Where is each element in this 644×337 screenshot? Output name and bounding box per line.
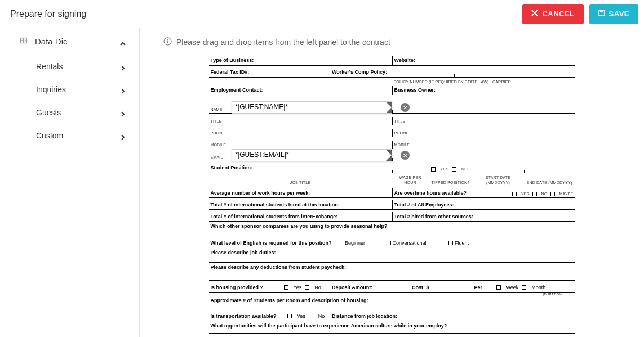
- field-label: Total # of international students from i…: [209, 212, 392, 222]
- field-label: PHONE: [209, 129, 392, 137]
- checkbox[interactable]: [522, 285, 526, 290]
- checkbox[interactable]: [550, 192, 555, 196]
- field-label: Total # of All Employees:: [392, 200, 575, 210]
- option-label: No: [314, 285, 321, 291]
- helper-text: START DATE (MMDDYYY): [473, 173, 524, 186]
- chevron-right-icon: [120, 110, 126, 115]
- checkbox[interactable]: [339, 241, 343, 245]
- field-label: Total # hired from other sources:: [392, 212, 575, 222]
- sidebar-item-inquiries[interactable]: Inquiries: [0, 78, 139, 101]
- chevron-up-icon: [120, 39, 126, 44]
- sidebar-item-label: Custom: [36, 131, 63, 140]
- field-label: What opportunities will the participant …: [209, 321, 575, 331]
- sidebar-item-guests[interactable]: Guests: [0, 101, 139, 124]
- helper-text: WAGE PER HOUR: [392, 173, 429, 186]
- checkbox[interactable]: [305, 285, 309, 290]
- token-value: *|GUEST:EMAIL|*: [236, 151, 289, 160]
- field-label: NAME: [209, 105, 232, 113]
- svg-point-4: [167, 39, 168, 40]
- checkbox[interactable]: [512, 192, 517, 196]
- cancel-button[interactable]: CANCEL: [522, 4, 583, 24]
- checkbox[interactable]: [287, 314, 292, 318]
- close-icon: ✕: [403, 152, 407, 159]
- cancel-label: CANCEL: [542, 10, 574, 18]
- helper-text: JOB TITLE: [209, 178, 392, 186]
- close-icon: [531, 10, 538, 18]
- field-label: Federal Tax ID#:: [209, 68, 330, 77]
- checkbox[interactable]: [431, 167, 436, 172]
- page-title: Prepare for signing: [10, 9, 86, 19]
- checkbox[interactable]: [448, 241, 453, 245]
- field-label: Business Owner:: [392, 86, 575, 95]
- sidebar-item-label: Guests: [36, 108, 61, 117]
- field-label: Deposit Amount:: [330, 283, 410, 293]
- field-label: Please describe any deductions from stud…: [209, 263, 575, 272]
- instruction-text: Please drag and drop items from the left…: [176, 38, 390, 47]
- option-label: Yes: [521, 191, 530, 196]
- option-label: Fluent: [455, 240, 469, 246]
- remove-token-button[interactable]: ✕: [401, 103, 410, 112]
- field-label: Total # of international students hired …: [209, 200, 392, 210]
- helper-text: END DATE (MMDDYYY): [524, 178, 575, 186]
- checkbox[interactable]: [284, 285, 288, 290]
- field-label: Website:: [392, 56, 575, 65]
- option-label: Yes: [297, 313, 305, 320]
- save-button[interactable]: SAVE: [589, 4, 638, 24]
- field-label: TITLE: [392, 117, 575, 125]
- field-label: Which other sponsor companies are you us…: [209, 222, 575, 231]
- helper-text: CARRIER: [491, 78, 575, 86]
- sidebar-item-rentals[interactable]: Rentals: [0, 55, 139, 78]
- field-label: Student Position:: [209, 163, 392, 173]
- helper-text: POLICY NUMBER (IF REQUIRED BY STATE LAW): [392, 78, 491, 86]
- sidebar-item-custom[interactable]: Custom: [0, 124, 139, 147]
- info-icon: [163, 37, 172, 47]
- option-label: Yes: [441, 167, 449, 172]
- sidebar-section-data-dic[interactable]: Data Dic: [0, 28, 139, 55]
- sidebar-item-label: Rentals: [36, 62, 63, 71]
- field-label: Cost: $: [410, 283, 473, 293]
- token-value: *|GUEST:NAME|*: [236, 103, 288, 112]
- book-icon: [19, 36, 28, 47]
- field-label: Please describe job duties:: [209, 248, 575, 258]
- option-label: No: [461, 167, 468, 172]
- header-actions: CANCEL SAVE: [522, 4, 638, 24]
- sidebar: Data Dic Rentals Inquiries Guests Custom: [0, 28, 140, 337]
- checkbox[interactable]: [387, 241, 391, 245]
- checkbox[interactable]: [452, 167, 456, 172]
- checkbox[interactable]: [532, 192, 537, 196]
- sidebar-title: Data Dic: [35, 37, 68, 46]
- remove-token-button[interactable]: ✕: [401, 151, 410, 160]
- token-guest-name[interactable]: *|GUEST:NAME|*: [232, 101, 392, 114]
- option-label: Conversational: [393, 240, 427, 246]
- field-label: Is transportation available?: [209, 312, 286, 321]
- save-icon: [598, 10, 605, 18]
- option-label: Month: [531, 285, 545, 291]
- field-label: What level of English is required for th…: [209, 239, 337, 248]
- field-label: Are overtime hours available?: [392, 188, 502, 198]
- option-label: Maybe: [559, 191, 574, 196]
- field-label: MOBILE: [392, 141, 575, 149]
- document-viewport[interactable]: Type of Business: Website: Federal Tax I…: [163, 54, 620, 337]
- checkbox[interactable]: [496, 285, 501, 290]
- field-label: Worker's Comp Policy:: [330, 68, 454, 77]
- instruction-bar: Please drag and drop items from the left…: [140, 28, 644, 54]
- field-label: Approximate # of Students per Room and d…: [209, 296, 575, 305]
- token-guest-email[interactable]: *|GUEST:EMAIL|*: [232, 149, 392, 161]
- field-label: PHONE: [392, 129, 575, 137]
- field-label: EMAIL: [209, 153, 232, 161]
- chevron-right-icon: [120, 64, 126, 69]
- helper-text: TIPPED POSITION?: [429, 178, 473, 186]
- checkbox[interactable]: [309, 314, 313, 318]
- main-panel: Please drag and drop items from the left…: [140, 28, 644, 337]
- app-header: Prepare for signing CANCEL SAVE: [0, 0, 644, 28]
- field-label: Average number of work hours per week:: [209, 188, 392, 198]
- field-label: Is housing provided ?: [209, 283, 282, 293]
- field-label: TITLE: [209, 117, 392, 125]
- field-label: MOBILE: [209, 141, 392, 149]
- field-label: Distance from job location:: [330, 312, 575, 321]
- close-icon: ✕: [403, 104, 407, 111]
- option-label: Week: [506, 285, 519, 291]
- option-label: Beginner: [345, 240, 365, 246]
- option-label: No: [318, 313, 325, 320]
- chevron-right-icon: [120, 133, 126, 138]
